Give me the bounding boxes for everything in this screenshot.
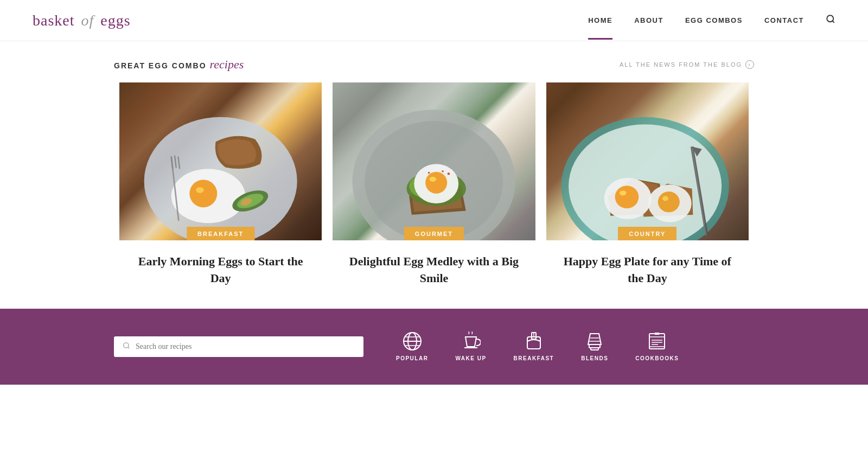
search-icon[interactable] xyxy=(826,14,835,27)
svg-point-27 xyxy=(619,190,626,195)
header: basket of eggs HOME ABOUT EGG COMBOS CON… xyxy=(0,0,868,41)
recipe-grid: BREAKFAST Early Morning Eggs to Start th… xyxy=(0,82,868,292)
svg-point-4 xyxy=(189,180,217,207)
category-badge-gourmet: GOURMET xyxy=(404,227,464,240)
recipe-card-gourmet[interactable]: GOURMET Delightful Egg Medley with a Big… xyxy=(327,82,540,292)
search-input[interactable] xyxy=(136,342,355,351)
svg-point-29 xyxy=(658,192,679,212)
svg-point-20 xyxy=(448,173,450,175)
footer-blends[interactable]: BLENDS xyxy=(581,331,608,361)
svg-point-22 xyxy=(428,172,430,174)
category-badge-country: COUNTRY xyxy=(618,227,676,240)
footer-popular[interactable]: POPULAR xyxy=(396,331,428,361)
svg-rect-54 xyxy=(655,333,659,335)
svg-point-0 xyxy=(827,15,833,22)
popular-label: POPULAR xyxy=(396,355,428,361)
recipe-image-country xyxy=(546,82,749,240)
footer-icons: POPULAR WAKE UP BREAKFAST xyxy=(396,331,679,361)
search-bar[interactable] xyxy=(114,336,363,357)
section-title: GREAT EGG COMBOrecipes xyxy=(114,58,244,72)
category-badge-breakfast: BREAKFAST xyxy=(187,227,254,240)
book-icon xyxy=(647,331,667,351)
logo[interactable]: basket of eggs xyxy=(33,12,131,29)
footer-breakfast[interactable]: BREAKFAST xyxy=(514,331,554,361)
svg-point-19 xyxy=(430,177,437,182)
nav-contact[interactable]: CONTACT xyxy=(764,16,804,24)
svg-point-30 xyxy=(662,196,668,201)
egg-overlay-gourmet xyxy=(333,82,535,240)
svg-line-1 xyxy=(832,21,834,22)
logo-of: of xyxy=(81,12,94,29)
blog-link-arrow: › xyxy=(745,60,754,69)
recipe-title-gourmet: Delightful Egg Medley with a Big Smile xyxy=(333,240,535,292)
cookbooks-label: cooKbooks xyxy=(635,355,679,361)
recipe-card-country[interactable]: COUNTRY Happy Egg Plate for any Time of … xyxy=(541,82,754,292)
nav-egg-combos[interactable]: EGG COMBOS xyxy=(685,16,743,24)
blends-label: BLENDS xyxy=(581,355,608,361)
svg-point-5 xyxy=(196,187,204,193)
svg-point-21 xyxy=(442,170,444,173)
egg-overlay-breakfast xyxy=(119,82,322,240)
svg-point-33 xyxy=(124,343,129,348)
recipe-card-breakfast[interactable]: BREAKFAST Early Morning Eggs to Start th… xyxy=(114,82,327,292)
svg-point-26 xyxy=(615,186,639,208)
footer-cookbooks[interactable]: cooKbooks xyxy=(635,331,679,361)
footer: POPULAR WAKE UP BREAKFAST xyxy=(0,309,868,385)
section-header: GREAT EGG COMBOrecipes ALL THE NEWS FROM… xyxy=(0,41,868,82)
recipe-image-gourmet xyxy=(333,82,535,240)
breakfast-label: BREAKFAST xyxy=(514,355,554,361)
search-icon-footer xyxy=(123,342,130,352)
globe-icon xyxy=(403,331,422,351)
logo-eggs: eggs xyxy=(100,12,130,29)
nav-about[interactable]: ABOUT xyxy=(634,16,663,24)
footer-wakeup[interactable]: WAKE UP xyxy=(455,331,486,361)
logo-basket: basket xyxy=(33,12,75,29)
nav-home[interactable]: HOME xyxy=(588,16,612,24)
toast-icon xyxy=(524,331,544,351)
recipe-title-breakfast: Early Morning Eggs to Start the Day xyxy=(119,240,322,292)
blender-icon xyxy=(585,331,604,351)
recipe-title-country: Happy Egg Plate for any Time of the Day xyxy=(546,240,749,292)
svg-point-18 xyxy=(426,172,448,194)
egg-overlay-country xyxy=(546,82,749,240)
recipe-image-breakfast xyxy=(119,82,322,240)
wakeup-label: WAKE UP xyxy=(455,355,486,361)
svg-line-34 xyxy=(128,347,130,349)
blog-link[interactable]: ALL THE NEWS FROM THE BLOG › xyxy=(620,60,754,69)
svg-rect-45 xyxy=(591,348,598,350)
navigation: HOME ABOUT EGG COMBOS CONTACT xyxy=(588,14,835,27)
cup-icon xyxy=(461,331,481,351)
